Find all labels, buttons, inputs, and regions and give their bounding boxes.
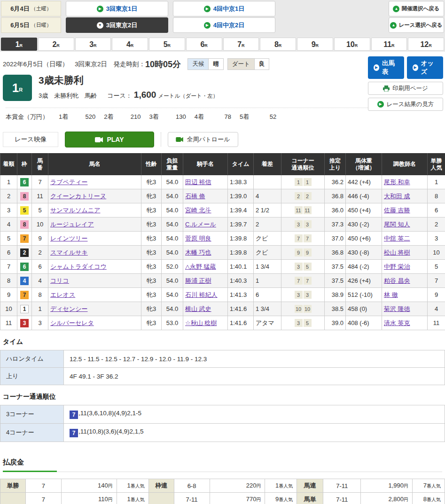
meeting-button-chukyo-day2[interactable]: ▶ 4回中京2日 [173, 17, 275, 33]
results-column-header: 調教師名 [382, 154, 428, 175]
print-page-button[interactable]: 印刷用ページ [368, 82, 443, 95]
corner-position-box: 2 [304, 192, 312, 200]
trainer-name-link[interactable]: 尾形 和幸 [384, 178, 410, 186]
jockey-name-link[interactable]: 勝浦 正樹 [185, 277, 211, 284]
bet-type-label: 馬単 [297, 493, 323, 504]
payout-popularity: 8番人気 [413, 493, 445, 504]
race-tab-5r[interactable]: 5R [149, 38, 185, 51]
jockey-name-link[interactable]: 横山 武史 [185, 305, 211, 312]
payout-group-3: 馬連7-111,990円7番人気馬単7-112,800円8番人気3連複5-7-1… [297, 479, 445, 504]
trainer-name-link[interactable]: 大和田 成 [384, 193, 410, 200]
patrol-video-button[interactable]: 全周パトロール [168, 132, 238, 147]
race-tab-10r[interactable]: 10R [334, 38, 370, 51]
bet-type-label: ワイド [148, 493, 174, 504]
horse-name-link[interactable]: コリコ [50, 277, 69, 284]
entry-table-button[interactable]: ▶ 出馬表 [368, 56, 404, 79]
results-column-header: 着差 [254, 154, 281, 175]
race-tab-number: 7 [237, 41, 242, 48]
trainer-name-link[interactable]: 佐藤 吉勝 [384, 207, 410, 214]
horse-name-link[interactable]: スマイルサキ [50, 249, 88, 256]
results-column-header: 推定 上り [325, 154, 346, 175]
jockey-name-link[interactable]: 菅原 明良 [185, 235, 211, 242]
win-popularity: 5 [428, 260, 445, 274]
meeting-button-tokyo-day2-selected[interactable]: ▼ 3回東京2日 [66, 17, 168, 33]
corner-positions: 1010 [281, 302, 325, 316]
back-to-race-select-button[interactable]: ▲ レース選択へ戻る [389, 17, 444, 33]
race-class-text: 3歳 未勝利牝 馬齢 [39, 92, 97, 100]
finish-time: 1:39.7 [228, 217, 254, 232]
meeting-button-tokyo-day1[interactable]: ▶ 3回東京1日 [66, 1, 168, 16]
sex-age: 牝3 [141, 274, 162, 288]
jockey-name-link[interactable]: 田辺 裕信 [185, 178, 211, 186]
trainer-name-link[interactable]: 中舘 英二 [384, 235, 410, 242]
race-tab-12r[interactable]: 12R [408, 38, 444, 51]
race-tab-11r[interactable]: 11R [371, 38, 407, 51]
frame-number-badge: 6 [17, 175, 32, 189]
horse-name-link[interactable]: レインツリー [50, 235, 88, 242]
race-tab-6r[interactable]: 6R [186, 38, 222, 51]
horse-name-link[interactable]: ディセンシー [50, 305, 88, 312]
payout-amount: 110円 [61, 493, 117, 504]
horse-name-link[interactable]: エレオス [50, 291, 75, 298]
payout-amount: 770円 [210, 493, 265, 504]
horse-name-link[interactable]: クイーンカトリーヌ [50, 193, 106, 200]
how-to-read-results-button[interactable]: ▶ レース結果の見方 [368, 98, 443, 111]
race-tab-1r[interactable]: 1R [1, 38, 37, 51]
trainer-cell: 大和田 成 [382, 189, 428, 203]
trainer-name-link[interactable]: 尾関 知人 [384, 221, 410, 228]
trainer-name-link[interactable]: 粕谷 昌央 [384, 277, 410, 284]
finish-time: 1:41.6 [228, 302, 254, 316]
race-tab-7r[interactable]: 7R [223, 38, 259, 51]
race-conditions: 3歳 未勝利牝 馬齢 コース： 1,600 メートル（ダート・左） [39, 90, 218, 100]
frame-number-badge: 6 [17, 260, 32, 274]
race-tab-4r[interactable]: 4R [112, 38, 148, 51]
jockey-name-link[interactable]: 木幡 巧也 [185, 249, 211, 256]
video-camera-icon [176, 137, 183, 142]
trainer-name-link[interactable]: 中野 栄治 [384, 263, 410, 270]
race-tab-suffix: R [391, 44, 395, 48]
payout-row: 枠連6-8220円1番人気 [148, 479, 297, 493]
sex-age: 牝3 [141, 316, 162, 330]
back-to-meeting-select-button[interactable]: ▲ 開催選択へ戻る [389, 1, 444, 16]
payout-row: 複勝7110円1番人気 [0, 493, 149, 504]
results-column-header: 負担 重量 [162, 154, 183, 175]
payout-combination: 7 [25, 479, 61, 493]
meeting-button-chukyo-day1[interactable]: ▶ 4回中京1日 [173, 1, 275, 16]
horse-number: 11 [32, 189, 48, 203]
trainer-name-link[interactable]: 松山 将樹 [384, 249, 410, 256]
horse-body-weight: 430 (-8) [346, 246, 382, 260]
jockey-cell: 田辺 裕信 [183, 175, 228, 189]
race-tab-9r[interactable]: 9R [297, 38, 333, 51]
jockey-name-link[interactable]: C.ルメール [185, 221, 216, 228]
corner-position-box: 3 [295, 319, 303, 327]
odds-button[interactable]: ▶ オッズ [407, 56, 443, 79]
corner-position-box: 7 [304, 277, 312, 285]
horse-body-weight: 450 (+6) [346, 232, 382, 246]
horse-name-link[interactable]: ルージュレイア [50, 221, 94, 228]
trainer-cell: 粕谷 昌央 [382, 274, 428, 288]
race-tab-8r[interactable]: 8R [260, 38, 296, 51]
margin: 2 [254, 217, 281, 232]
bet-type-label: 枠連 [148, 479, 174, 493]
trainer-name-link[interactable]: 清水 英克 [384, 319, 410, 326]
carried-weight: 54.0 [162, 274, 183, 288]
trainer-name-link[interactable]: 菊沢 隆徳 [384, 305, 410, 312]
payout-row: 単勝7140円1番人気 [0, 479, 149, 493]
jockey-name-link[interactable]: ☆秋山 稔樹 [185, 319, 217, 326]
jockey-name-link[interactable]: △永野 猛蔵 [185, 263, 216, 270]
jockey-name-link[interactable]: 石川 裕紀人 [185, 291, 218, 298]
race-tab-2r[interactable]: 2R [38, 38, 74, 51]
win-popularity: 10 [428, 246, 445, 260]
carried-weight: 54.0 [162, 288, 183, 302]
jockey-name-link[interactable]: 宮崎 北斗 [185, 207, 211, 214]
prize-rank: 4着 [195, 113, 204, 121]
trainer-name-link[interactable]: 林 徹 [384, 291, 398, 298]
horse-name-link[interactable]: シルバーセレタ [50, 319, 94, 326]
horse-name-link[interactable]: ラブペティー [50, 178, 88, 186]
play-race-video-button[interactable]: PLAY [65, 132, 154, 147]
jockey-name-link[interactable]: 石橋 脩 [185, 193, 205, 200]
horse-name-link[interactable]: サンマルソムニア [50, 207, 100, 214]
horse-name-link[interactable]: シャムトラダイコウ [50, 263, 107, 270]
race-tab-3r[interactable]: 3R [75, 38, 111, 51]
margin: クビ [254, 246, 281, 260]
